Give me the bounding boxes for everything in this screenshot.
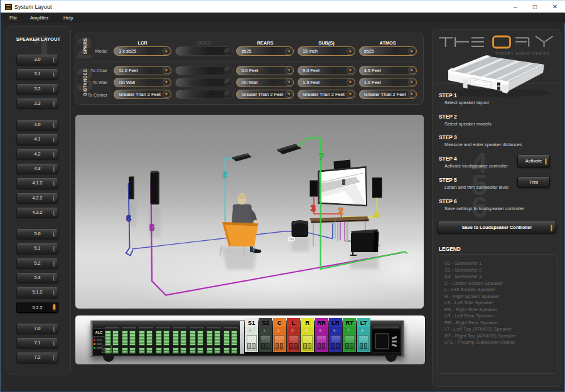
svg-text:6: 6 bbox=[126, 213, 131, 223]
svg-text:2: 2 bbox=[338, 206, 343, 216]
svg-text:4: 4 bbox=[374, 209, 379, 220]
svg-text:9: 9 bbox=[223, 171, 227, 179]
svg-text:5: 5 bbox=[149, 223, 154, 233]
svg-text:3: 3 bbox=[311, 203, 316, 213]
svg-text:THEORY AUDIO DESIGN: THEORY AUDIO DESIGN bbox=[495, 51, 550, 55]
svg-text:7: 7 bbox=[320, 152, 324, 161]
